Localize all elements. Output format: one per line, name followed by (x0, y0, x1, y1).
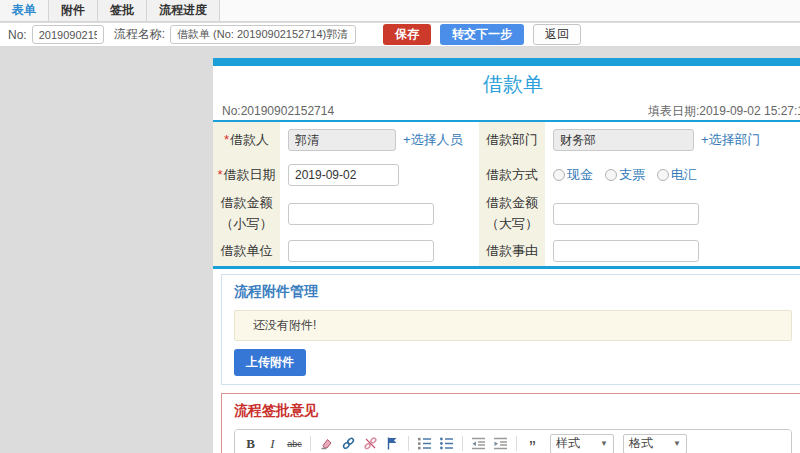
amount-big-label-cell: 借款金额（大写） (479, 192, 545, 236)
tab-approval-label: 签批 (110, 2, 134, 19)
no-input[interactable] (32, 25, 104, 44)
format-dropdown[interactable]: 格式 ▼ (623, 434, 687, 453)
blockquote-icon[interactable]: ” (524, 435, 541, 453)
loan-date-input[interactable] (288, 164, 399, 186)
remove-format-icon[interactable] (318, 435, 335, 453)
amount-small-input[interactable] (288, 203, 434, 225)
numbered-list-icon[interactable] (416, 435, 433, 453)
amount-small-label: 借款金额（小写） (217, 193, 276, 235)
strikethrough-icon[interactable]: abc (286, 435, 303, 453)
loan-reason-label-cell: 借款事由 (479, 236, 545, 266)
styles-dropdown[interactable]: 样式 ▼ (550, 434, 614, 453)
borrower-input-cell: +选择人员 (280, 122, 479, 158)
fill-date: 填表日期:2019-09-02 15:27:1 (648, 103, 800, 120)
radio-option-check[interactable]: 支票 (605, 166, 645, 184)
italic-icon[interactable]: I (264, 435, 281, 453)
dept-input[interactable] (553, 129, 694, 151)
outdent-icon[interactable] (470, 435, 487, 453)
amount-big-input-cell (545, 192, 800, 236)
loan-unit-label-cell: 借款单位 (213, 236, 280, 266)
loan-reason-input-cell (545, 236, 800, 266)
select-dept-link[interactable]: +选择部门 (701, 131, 761, 149)
amount-big-label: 借款金额（大写） (483, 193, 541, 235)
toolbar-separator (310, 436, 311, 451)
bullet-list-icon[interactable] (438, 435, 455, 453)
doc-meta-row: No:20190902152714 填表日期:2019-09-02 15:27:… (213, 102, 800, 122)
panel-top-accent-bar (213, 58, 800, 66)
form-title: 借款单 (213, 66, 800, 102)
radio-label-cash: 现金 (567, 166, 593, 184)
attachments-section-title: 流程附件管理 (234, 283, 792, 301)
loan-method-label-cell: 借款方式 (479, 158, 545, 192)
radio-option-wire[interactable]: 电汇 (657, 166, 697, 184)
form-fields-grid: * 借款人 +选择人员 借款部门 +选择部门 * 借款日期 借款方式 现金 (213, 122, 800, 269)
top-tab-bar: 表单 附件 签批 流程进度 (0, 0, 800, 22)
loan-reason-input[interactable] (553, 240, 699, 262)
loan-method-label: 借款方式 (486, 165, 538, 186)
radio-icon (657, 169, 669, 181)
toolbar-separator (462, 436, 463, 451)
loan-unit-label: 借款单位 (221, 241, 273, 262)
process-name-input[interactable] (170, 25, 356, 44)
bold-icon[interactable]: B (242, 435, 259, 453)
chevron-down-icon: ▼ (600, 439, 608, 448)
amount-small-input-cell (280, 192, 479, 236)
radio-icon (553, 169, 565, 181)
rich-text-editor: B I abc (234, 429, 792, 453)
loan-unit-input-cell (280, 236, 479, 266)
dept-label-cell: 借款部门 (479, 122, 545, 158)
select-person-link[interactable]: +选择人员 (403, 131, 463, 149)
radio-label-check: 支票 (619, 166, 645, 184)
loan-reason-label: 借款事由 (486, 241, 538, 262)
amount-big-input[interactable] (553, 203, 699, 225)
styles-dropdown-label: 样式 (556, 435, 580, 452)
doc-number: No:20190902152714 (222, 104, 334, 118)
upload-attachment-button[interactable]: 上传附件 (234, 349, 306, 376)
radio-option-cash[interactable]: 现金 (553, 166, 593, 184)
no-attachments-alert: 还没有附件! (234, 310, 792, 341)
action-toolbar: No: 流程名称: 保存 转交下一步 返回 (0, 23, 800, 47)
indent-icon[interactable] (492, 435, 509, 453)
back-button[interactable]: 返回 (533, 24, 581, 45)
radio-icon (605, 169, 617, 181)
borrower-input[interactable] (288, 129, 396, 151)
save-button[interactable]: 保存 (383, 24, 431, 45)
chevron-down-icon: ▼ (673, 439, 681, 448)
approval-section: 流程签批意见 B I abc (221, 393, 800, 453)
required-marker: * (217, 165, 222, 186)
editor-toolbar: B I abc (235, 430, 791, 453)
loan-date-label-cell: * 借款日期 (213, 158, 280, 192)
tab-attachments-label: 附件 (61, 2, 85, 19)
link-icon[interactable] (340, 435, 357, 453)
dept-label: 借款部门 (486, 130, 538, 151)
approval-section-title: 流程签批意见 (234, 402, 792, 420)
toolbar-separator (516, 436, 517, 451)
anchor-flag-icon[interactable] (384, 435, 401, 453)
tab-progress[interactable]: 流程进度 (147, 0, 220, 21)
loan-date-input-cell (280, 158, 479, 192)
no-label: No: (8, 28, 27, 42)
forward-next-step-button[interactable]: 转交下一步 (440, 24, 524, 45)
loan-form-panel: 借款单 No:20190902152714 填表日期:2019-09-02 15… (213, 58, 800, 453)
toolbar-separator (408, 436, 409, 451)
dept-input-cell: +选择部门 (545, 122, 800, 158)
tab-progress-label: 流程进度 (159, 2, 207, 19)
tab-form[interactable]: 表单 (0, 0, 49, 21)
format-dropdown-label: 格式 (629, 435, 653, 452)
loan-method-options-cell: 现金 支票 电汇 (545, 158, 800, 192)
borrower-label-cell: * 借款人 (213, 122, 280, 158)
amount-small-label-cell: 借款金额（小写） (213, 192, 280, 236)
attachments-section: 流程附件管理 还没有附件! 上传附件 (221, 274, 800, 385)
loan-date-label: 借款日期 (224, 165, 276, 186)
tab-form-label: 表单 (12, 2, 36, 19)
process-name-label: 流程名称: (114, 26, 165, 43)
required-marker: * (224, 130, 229, 151)
loan-unit-input[interactable] (288, 240, 434, 262)
tab-attachments[interactable]: 附件 (49, 0, 98, 21)
tab-approval[interactable]: 签批 (98, 0, 147, 21)
borrower-label: 借款人 (230, 130, 269, 151)
unlink-icon[interactable] (362, 435, 379, 453)
radio-label-wire: 电汇 (671, 166, 697, 184)
